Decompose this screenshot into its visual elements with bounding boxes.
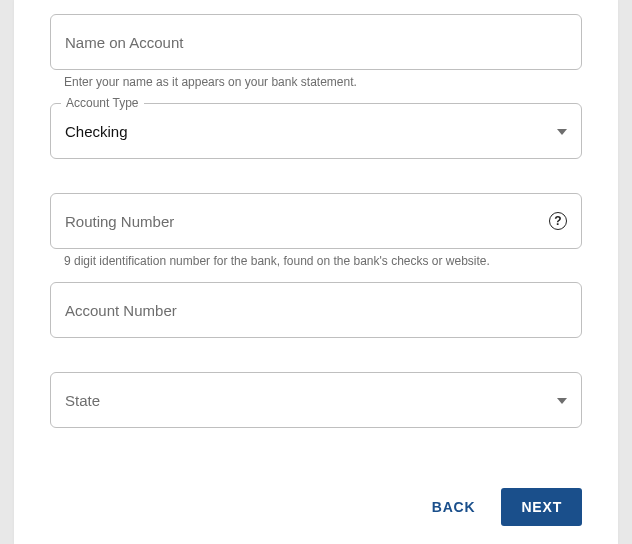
name-on-account-input[interactable]: Name on Account (50, 14, 582, 70)
state-select[interactable]: State (50, 372, 582, 428)
account-number-field: Account Number (50, 282, 582, 338)
account-number-placeholder: Account Number (65, 302, 567, 319)
back-button[interactable]: BACK (428, 489, 480, 525)
account-type-legend: Account Type (61, 96, 144, 110)
form-actions: BACK NEXT (428, 488, 582, 526)
routing-number-field: Routing Number ? 9 digit identification … (50, 193, 582, 268)
chevron-down-icon (557, 124, 567, 138)
name-on-account-helper: Enter your name as it appears on your ba… (50, 70, 582, 89)
next-button[interactable]: NEXT (501, 488, 582, 526)
chevron-down-icon (557, 393, 567, 407)
account-type-select[interactable]: Account Type Checking (50, 103, 582, 159)
help-icon[interactable]: ? (549, 212, 567, 230)
payment-form-card: Name on Account Enter your name as it ap… (14, 0, 618, 544)
account-type-field: Account Type Checking (50, 103, 582, 159)
state-placeholder: State (65, 392, 549, 409)
account-type-value: Checking (65, 123, 549, 140)
routing-number-placeholder: Routing Number (65, 213, 541, 230)
name-on-account-placeholder: Name on Account (65, 34, 567, 51)
name-on-account-field: Name on Account Enter your name as it ap… (50, 14, 582, 89)
account-number-input[interactable]: Account Number (50, 282, 582, 338)
routing-number-helper: 9 digit identification number for the ba… (50, 249, 582, 268)
state-field: State (50, 372, 582, 428)
routing-number-input[interactable]: Routing Number ? (50, 193, 582, 249)
